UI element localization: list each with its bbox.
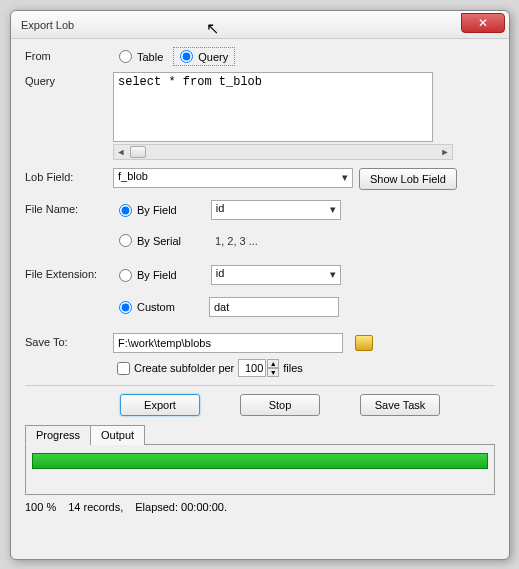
export-lob-dialog: Export Lob ✕ ↖ From Table Query Query se… xyxy=(10,10,510,560)
filename-label: File Name: xyxy=(25,200,113,215)
fileext-label: File Extension: xyxy=(25,265,113,280)
query-textarea[interactable]: select * from t_blob xyxy=(113,72,433,142)
tab-progress[interactable]: Progress xyxy=(25,425,91,445)
cursor-icon: ↖ xyxy=(206,19,219,38)
subfolder-count-spinner[interactable]: ▲▼ xyxy=(238,359,279,377)
tab-output[interactable]: Output xyxy=(90,425,145,445)
fileext-custom[interactable]: Custom xyxy=(113,299,181,316)
from-radio-group: Table Query xyxy=(113,47,495,66)
subfolder-checkbox[interactable] xyxy=(117,362,130,375)
filename-field-combo[interactable]: id xyxy=(211,200,341,220)
scroll-left-icon[interactable]: ◄ xyxy=(114,145,128,159)
filename-byserial[interactable]: By Serial xyxy=(113,232,187,249)
fileext-byfield[interactable]: By Field xyxy=(113,267,183,284)
stop-button[interactable]: Stop xyxy=(240,394,320,416)
status-records: 14 records, xyxy=(68,501,123,513)
scroll-thumb[interactable] xyxy=(130,146,146,158)
filename-byfield[interactable]: By Field xyxy=(113,202,183,219)
titlebar[interactable]: Export Lob ✕ ↖ xyxy=(11,11,509,39)
saveto-input[interactable] xyxy=(113,333,343,353)
status-percent: 100 % xyxy=(25,501,56,513)
save-task-button[interactable]: Save Task xyxy=(360,394,440,416)
radio-query[interactable]: Query xyxy=(173,47,235,66)
radio-table-input[interactable] xyxy=(119,50,132,63)
lobfield-label: Lob Field: xyxy=(25,168,113,183)
status-elapsed: Elapsed: 00:00:00. xyxy=(135,501,227,513)
spin-down-icon[interactable]: ▼ xyxy=(267,368,279,377)
query-label: Query xyxy=(25,72,113,87)
close-button[interactable]: ✕ xyxy=(461,13,505,33)
window-title: Export Lob xyxy=(21,19,74,31)
browse-folder-icon[interactable] xyxy=(355,335,373,351)
from-label: From xyxy=(25,47,113,62)
export-button[interactable]: Export xyxy=(120,394,200,416)
fileext-custom-input[interactable] xyxy=(209,297,339,317)
show-lobfield-button[interactable]: Show Lob Field xyxy=(359,168,457,190)
divider xyxy=(25,385,495,386)
serial-hint: 1, 2, 3 ... xyxy=(215,235,258,247)
progress-bar xyxy=(32,453,488,469)
radio-table[interactable]: Table xyxy=(113,48,169,65)
files-label: files xyxy=(283,362,303,374)
subfolder-count-input[interactable] xyxy=(238,359,266,377)
tabs: Progress Output xyxy=(25,424,495,445)
subfolder-label: Create subfolder per xyxy=(134,362,234,374)
progress-pane xyxy=(25,445,495,495)
radio-query-input[interactable] xyxy=(180,50,193,63)
h-scrollbar[interactable]: ◄ ► xyxy=(113,144,453,160)
lobfield-combo[interactable]: f_blob xyxy=(113,168,353,188)
scroll-right-icon[interactable]: ► xyxy=(438,145,452,159)
fileext-field-combo[interactable]: id xyxy=(211,265,341,285)
spin-up-icon[interactable]: ▲ xyxy=(267,359,279,368)
saveto-label: Save To: xyxy=(25,333,113,348)
